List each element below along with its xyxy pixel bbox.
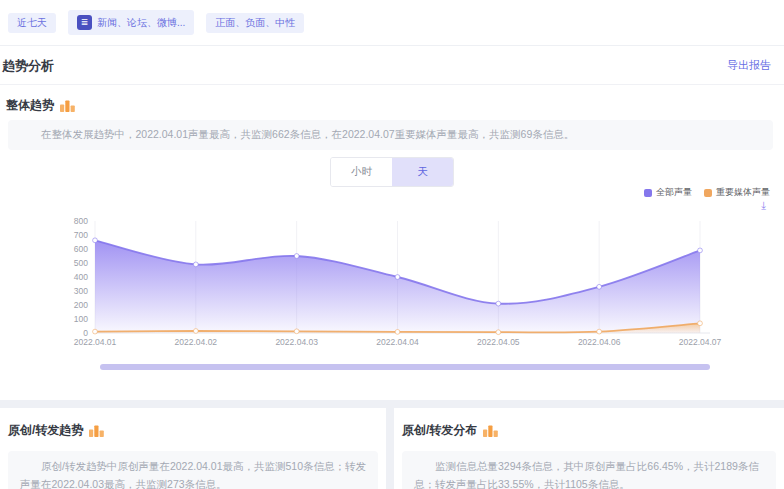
filter-bar: 近七天 ≣ 新闻、论坛、微博... 正面、负面、中性 [0,0,784,46]
svg-text:2022.04.03: 2022.04.03 [275,337,318,347]
card-header: 原创/转发趋势 [8,422,378,439]
export-report-link[interactable]: 导出报告 [727,58,771,73]
svg-text:400: 400 [74,272,88,282]
filter-chip-time-range[interactable]: 近七天 [8,13,56,33]
svg-text:600: 600 [74,244,88,254]
card-title: 原创/转发趋势 [8,422,83,439]
svg-text:2022.04.01: 2022.04.01 [74,337,117,347]
legend-label: 全部声量 [656,186,692,199]
svg-text:2022.04.04: 2022.04.04 [376,337,419,347]
chart-datazoom-scrollbar[interactable] [100,364,710,370]
svg-text:100: 100 [74,314,88,324]
panel-title: 趋势分析 [2,57,54,75]
filter-chip-label: 新闻、论坛、微博... [97,18,185,28]
card-summary: 原创/转发趋势中原创声量在2022.04.01最高，共监测510条信息；转发声量… [8,451,378,489]
svg-text:200: 200 [74,300,88,310]
filter-chip-label: 正面、负面、中性 [215,18,295,28]
overall-trend-header: 整体趋势 [6,97,75,114]
svg-text:2022.04.07: 2022.04.07 [679,337,722,347]
bottom-cards-row: 原创/转发趋势 原创/转发趋势中原创声量在2022.04.01最高，共监测510… [0,400,784,489]
podium-icon [60,99,75,112]
chart-legend: 全部声量 重要媒体声量 [644,186,770,199]
svg-text:500: 500 [74,258,88,268]
panel-header: 趋势分析 导出报告 [0,47,784,85]
analytics-dashboard: 近七天 ≣ 新闻、论坛、微博... 正面、负面、中性 趋势分析 导出报告 整体趋… [0,0,784,489]
card-summary: 监测信息总量3294条信息，其中原创声量占比66.45%，共计2189条信息；转… [402,451,776,489]
podium-icon [483,424,498,437]
source-grid-icon: ≣ [77,15,92,30]
legend-item-total-volume[interactable]: 全部声量 [644,186,692,199]
svg-text:2022.04.02: 2022.04.02 [175,337,218,347]
filter-chip-sources[interactable]: ≣ 新闻、论坛、微博... [68,10,194,35]
filter-chip-sentiment[interactable]: 正面、负面、中性 [206,13,304,33]
svg-text:700: 700 [74,230,88,240]
svg-text:2022.04.05: 2022.04.05 [477,337,520,347]
legend-label: 重要媒体声量 [716,186,770,199]
legend-swatch-orange [704,189,712,197]
svg-text:2022.04.06: 2022.04.06 [578,337,621,347]
trend-panel: 趋势分析 导出报告 整体趋势 在整体发展趋势中，2022.04.01声量最高，共… [0,47,784,400]
card-title: 原创/转发分布 [402,422,477,439]
legend-item-key-media-volume[interactable]: 重要媒体声量 [704,186,770,199]
toggle-hour-button[interactable]: 小时 [331,158,392,186]
podium-icon [89,424,104,437]
granularity-toggle: 小时 天 [330,157,454,187]
svg-text:800: 800 [74,216,88,226]
legend-swatch-purple [644,189,652,197]
toggle-day-button[interactable]: 天 [392,158,453,186]
card-header: 原创/转发分布 [402,422,776,439]
overall-trend-title: 整体趋势 [6,97,54,114]
original-repost-distribution-card: 原创/转发分布 监测信息总量3294条信息，其中原创声量占比66.45%，共计2… [394,408,784,489]
original-repost-trend-card: 原创/转发趋势 原创/转发趋势中原创声量在2022.04.01最高，共监测510… [0,408,386,489]
trend-area-chart[interactable]: 01002003004005006007008002022.04.012022.… [0,203,784,353]
filter-chip-label: 近七天 [17,18,47,28]
svg-text:300: 300 [74,286,88,296]
overall-trend-summary: 在整体发展趋势中，2022.04.01声量最高，共监测662条信息，在2022.… [8,120,773,150]
